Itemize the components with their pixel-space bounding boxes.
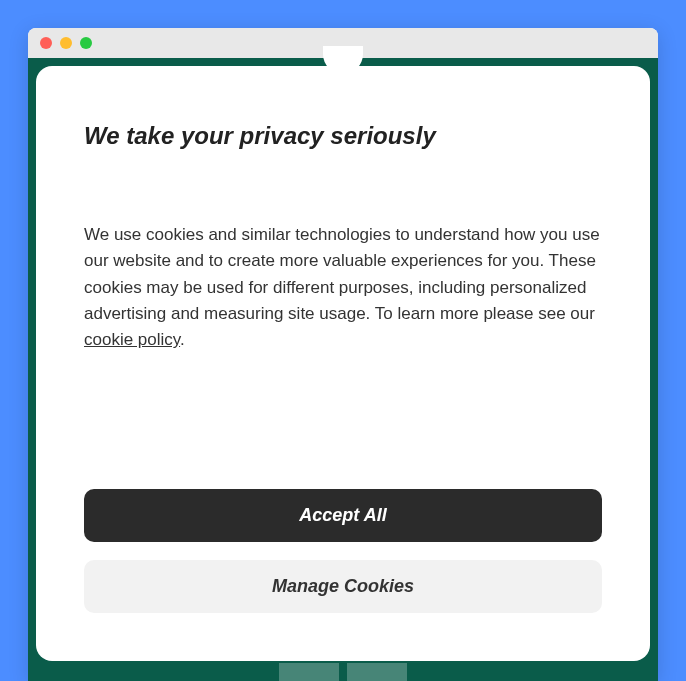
modal-title: We take your privacy seriously bbox=[84, 122, 602, 150]
maximize-icon[interactable] bbox=[80, 37, 92, 49]
modal-body: We use cookies and similar technologies … bbox=[84, 222, 602, 354]
modal-buttons: Accept All Manage Cookies bbox=[84, 449, 602, 613]
page-decoration-strip bbox=[28, 663, 658, 681]
modal-body-text: We use cookies and similar technologies … bbox=[84, 225, 600, 323]
page-background: We take your privacy seriously We use co… bbox=[28, 58, 658, 681]
modal-body-text-post: . bbox=[180, 330, 185, 349]
cookie-consent-modal: We take your privacy seriously We use co… bbox=[36, 66, 650, 661]
close-icon[interactable] bbox=[40, 37, 52, 49]
cookie-policy-link[interactable]: cookie policy bbox=[84, 330, 180, 349]
minimize-icon[interactable] bbox=[60, 37, 72, 49]
page-decoration-block bbox=[279, 663, 339, 681]
accept-all-button[interactable]: Accept All bbox=[84, 489, 602, 542]
page-decoration-block bbox=[347, 663, 407, 681]
browser-window: We take your privacy seriously We use co… bbox=[28, 28, 658, 681]
manage-cookies-button[interactable]: Manage Cookies bbox=[84, 560, 602, 613]
